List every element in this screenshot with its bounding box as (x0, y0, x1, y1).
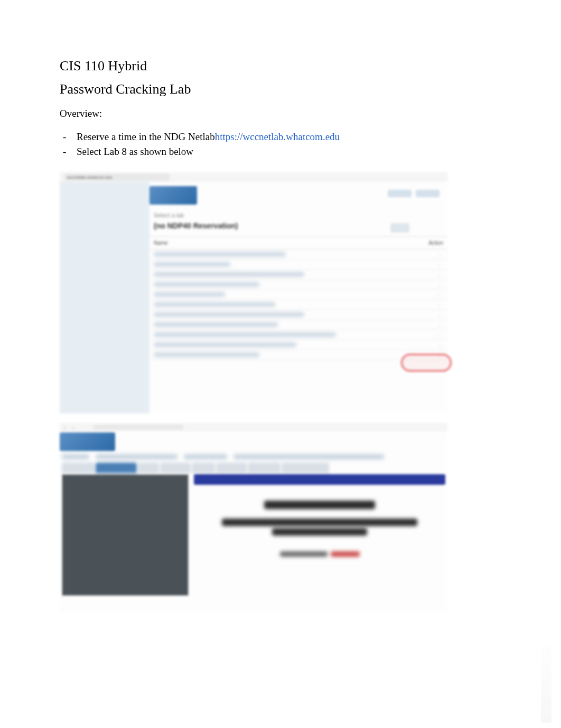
course-title: CIS 110 Hybrid (60, 58, 503, 74)
lab-name (154, 272, 304, 277)
lab-name (154, 282, 259, 287)
header-item (388, 190, 412, 197)
chevron-right-icon: › (439, 263, 442, 266)
lab-row: › (149, 300, 447, 310)
browser-toolbar: ‹ › (60, 423, 447, 431)
lab-title: Password Cracking Lab (60, 81, 503, 97)
lab-name (154, 312, 304, 317)
breadcrumb (60, 451, 447, 463)
header-controls (388, 190, 440, 197)
chevron-right-icon: › (439, 323, 442, 326)
header-item (416, 190, 440, 197)
lab-name (154, 292, 225, 297)
breadcrumb-item (184, 454, 227, 459)
netlab-screenshot-2: ‹ › (60, 423, 447, 613)
doc-version-value (331, 551, 360, 557)
lab-list: ››››››››››› (149, 250, 447, 360)
instruction-item: - Reserve a time in the NDG Netlabhttps:… (63, 131, 503, 143)
vm-tab (192, 463, 215, 473)
vm-tab (282, 463, 329, 473)
next-button (390, 223, 409, 233)
breadcrumb-item (96, 454, 177, 459)
vm-tab (138, 463, 159, 473)
lab-row: › (149, 340, 447, 350)
chevron-right-icon: › (439, 293, 442, 296)
lab-row: › (149, 320, 447, 330)
lab-row: › (149, 310, 447, 320)
doc-version-row (194, 551, 445, 557)
vm-tab (96, 463, 137, 473)
instruction-item: - Select Lab 8 as shown below (63, 146, 503, 158)
instruction-text: Reserve a time in the NDG Netlabhttps://… (77, 131, 340, 143)
topology-panel (62, 474, 189, 596)
chevron-right-icon: › (439, 253, 442, 256)
netlab-screenshot-1: wccnetlab.whatcom.edu Select a lab (no N… (60, 172, 447, 413)
chevron-right-icon: › (439, 313, 442, 316)
url-text: wccnetlab.whatcom.edu (67, 175, 112, 180)
lab-table-header: Name Action (149, 236, 447, 250)
chevron-right-icon: › (439, 283, 442, 286)
lab-name (154, 353, 259, 357)
netlab-body: Select a lab (no NDP40 Reservation) Name… (60, 182, 447, 413)
lab-content (60, 473, 447, 597)
overview-heading: Overview: (60, 108, 503, 119)
instruction-text: Select Lab 8 as shown below (77, 146, 193, 158)
document-page: CIS 110 Hybrid Password Cracking Lab Ove… (0, 0, 561, 613)
back-icon: ‹ (64, 425, 69, 430)
netlab-sidebar (60, 182, 149, 413)
lab-name (154, 322, 278, 327)
vm-tab (248, 463, 280, 473)
chevron-right-icon: › (439, 303, 442, 306)
chevron-right-icon: › (439, 343, 442, 346)
breadcrumb-item (62, 454, 89, 459)
lab-name (154, 343, 296, 347)
vm-tab (160, 463, 191, 473)
vm-tabs (60, 463, 447, 473)
lab-name (154, 302, 275, 307)
chevron-right-icon: › (439, 273, 442, 276)
vm-tab (216, 463, 247, 473)
bullet-dash: - (63, 146, 77, 158)
column-action: Action (417, 240, 443, 246)
lab-heading-line2 (272, 528, 367, 536)
section-label: Select a lab (154, 212, 447, 218)
lab-name (154, 333, 336, 337)
breadcrumb-item (233, 454, 384, 459)
browser-toolbar: wccnetlab.whatcom.edu (60, 172, 447, 182)
lab-row: › (149, 270, 447, 280)
lab-row: › (149, 290, 447, 300)
chevron-right-icon: › (439, 333, 442, 336)
netlab-logo (60, 432, 115, 451)
lab-row: › (149, 250, 447, 260)
info-bar (194, 474, 445, 485)
lab-name (154, 262, 230, 266)
instruction-list: - Reserve a time in the NDG Netlabhttps:… (63, 131, 503, 158)
netlab-link[interactable]: https://wccnetlab.whatcom.edu (215, 131, 340, 142)
url-bar: wccnetlab.whatcom.edu (64, 173, 170, 181)
highlight-oval (401, 354, 452, 372)
forward-icon: › (72, 425, 78, 430)
netlab-logo (149, 186, 197, 205)
lab-row: › (149, 280, 447, 290)
lab-info-panel (194, 474, 445, 596)
lab-heading-line1 (222, 519, 417, 526)
url-bar (94, 425, 183, 430)
doc-version-label (280, 551, 328, 557)
lab-name (154, 252, 286, 256)
bullet-dash: - (63, 131, 77, 143)
column-name: Name (154, 240, 417, 246)
vm-tab (62, 463, 95, 473)
series-heading (264, 501, 375, 509)
lab-row: › (149, 260, 447, 270)
netlab-main: Select a lab (no NDP40 Reservation) Name… (149, 182, 447, 413)
lab-row: › (149, 330, 447, 340)
page-edge-shadow (541, 638, 551, 723)
